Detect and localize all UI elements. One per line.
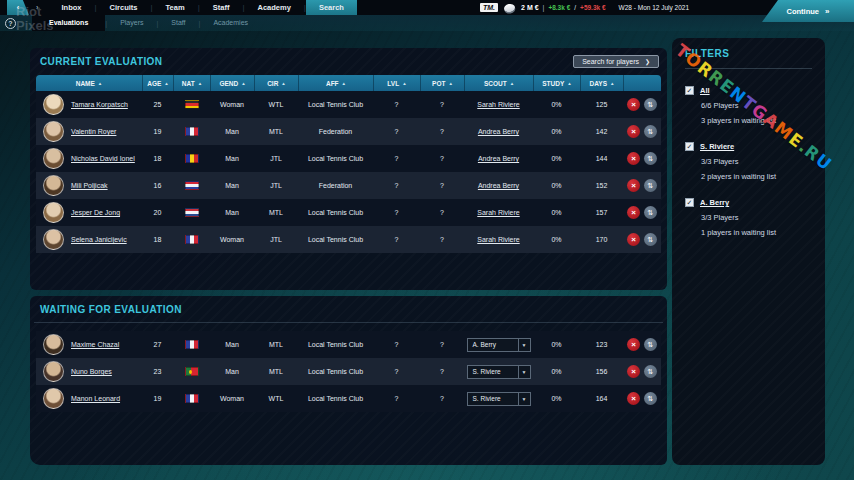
player-name-link[interactable]: Valentin Royer <box>71 128 116 135</box>
column-header-study[interactable]: STUDY▲ <box>533 75 580 91</box>
filter-checkbox-a-berry[interactable]: ✓ <box>685 198 694 207</box>
days-count: 164 <box>580 395 623 402</box>
reassign-scout-button[interactable]: ⇅ <box>644 179 657 192</box>
filter-checkbox-s-riviere[interactable]: ✓ <box>685 142 694 151</box>
column-header-name[interactable]: NAME▲ <box>36 75 142 91</box>
player-age: 25 <box>142 101 173 108</box>
player-name-link[interactable]: Nicholas David Ionel <box>71 155 135 162</box>
player-name-link[interactable]: Maxime Chazal <box>71 341 119 348</box>
column-header-pot[interactable]: POT▲ <box>420 75 464 91</box>
player-name-cell: Tamara Korpatsch <box>36 94 142 115</box>
reassign-scout-button[interactable]: ⇅ <box>644 152 657 165</box>
column-header-aff[interactable]: AFF▲ <box>298 75 373 91</box>
column-header-scout[interactable]: SCOUT▲ <box>464 75 533 91</box>
player-name-link[interactable]: Manon Leonard <box>71 395 120 402</box>
chevron-right-icon: ❯ <box>645 58 650 65</box>
column-header-lvl[interactable]: LVL▲ <box>373 75 420 91</box>
remove-player-button[interactable]: × <box>627 179 640 192</box>
reassign-scout-button[interactable]: ⇅ <box>644 233 657 246</box>
row-actions: × ⇅ <box>623 98 661 111</box>
player-name-link[interactable]: Mili Poljicak <box>71 182 108 189</box>
player-name-link[interactable]: Nuno Borges <box>71 368 112 375</box>
back-button[interactable]: ‹ <box>7 0 29 15</box>
scout-link[interactable]: Andrea Berry <box>478 128 519 135</box>
current-evaluation-title-row: CURRENT EVALUATION Search for players ❯ <box>30 48 667 73</box>
filter-label-all[interactable]: All <box>700 86 710 95</box>
filter-label-a-berry[interactable]: A. Berry <box>700 198 729 207</box>
nationality-flag <box>185 100 199 109</box>
sub-nav: ? Evaluations|Players|Staff|Academies <box>0 15 854 31</box>
top-nav-tab-staff[interactable]: Staff <box>200 0 243 15</box>
study-progress: 0% <box>533 368 580 375</box>
remove-player-button[interactable]: × <box>627 233 640 246</box>
help-icon[interactable]: ? <box>5 18 16 29</box>
remove-player-button[interactable]: × <box>627 152 640 165</box>
column-header-days[interactable]: DAYS▲ <box>580 75 623 91</box>
scout-link[interactable]: Andrea Berry <box>478 155 519 162</box>
balance-divider: | <box>543 4 545 11</box>
player-name-link[interactable]: Selena Janicijevic <box>71 236 127 243</box>
current-evaluation-rows: Tamara Korpatsch 25 Woman WTL Local Tenn… <box>36 91 661 253</box>
sort-arrow-icon: ▲ <box>610 81 614 86</box>
column-header-age[interactable]: AGE▲ <box>142 75 173 91</box>
column-header-nat[interactable]: NAT▲ <box>173 75 210 91</box>
study-progress: 0% <box>533 101 580 108</box>
player-name-link[interactable]: Tamara Korpatsch <box>71 101 128 108</box>
player-avatar <box>43 388 64 409</box>
filter-checkbox-all[interactable]: ✓ <box>685 86 694 95</box>
column-header-cir[interactable]: CIR▲ <box>254 75 298 91</box>
filter-detail-line: 2 players in waiting list <box>701 172 812 181</box>
search-for-players-button[interactable]: Search for players ❯ <box>573 55 659 68</box>
filter-groups: ✓All6/6 Players3 players in waiting list… <box>685 86 812 237</box>
scout-select[interactable]: S. Riviere▼ <box>467 392 531 406</box>
nationality-flag <box>185 235 199 244</box>
top-nav-tab-circuits[interactable]: Circuits <box>97 0 151 15</box>
days-count: 152 <box>580 182 623 189</box>
remove-player-button[interactable]: × <box>627 365 640 378</box>
sub-nav-tab-players[interactable]: Players <box>107 15 156 31</box>
reassign-scout-button[interactable]: ⇅ <box>644 392 657 405</box>
player-affiliation: Local Tennis Club <box>298 155 373 162</box>
remove-player-button[interactable]: × <box>627 206 640 219</box>
sub-nav-tab-academies[interactable]: Academies <box>200 15 261 31</box>
top-nav-tab-academy[interactable]: Academy <box>244 0 303 15</box>
filters-title: FILTERS <box>685 48 812 69</box>
row-actions: × ⇅ <box>623 179 661 192</box>
player-gender: Woman <box>210 101 254 108</box>
player-name-cell: Valentin Royer <box>36 121 142 142</box>
sub-nav-tab-evaluations[interactable]: Evaluations <box>32 15 105 31</box>
remove-player-button[interactable]: × <box>627 98 640 111</box>
scout-select[interactable]: A. Berry▼ <box>467 338 531 352</box>
column-label: DAYS <box>590 80 607 87</box>
study-progress: 0% <box>533 182 580 189</box>
player-scout-cell: S. Riviere▼ <box>464 365 533 379</box>
remove-player-button[interactable]: × <box>627 338 640 351</box>
top-nav-tab-inbox[interactable]: Inbox <box>49 0 95 15</box>
caret-down-icon: ▼ <box>518 366 530 378</box>
player-gender: Man <box>210 128 254 135</box>
scout-link[interactable]: Andrea Berry <box>478 182 519 189</box>
player-name-link[interactable]: Jesper De Jong <box>71 209 120 216</box>
column-header-gend[interactable]: GEND▲ <box>210 75 254 91</box>
reassign-scout-button[interactable]: ⇅ <box>644 206 657 219</box>
scout-link[interactable]: Sarah Riviere <box>477 209 519 216</box>
scout-link[interactable]: Sarah Riviere <box>477 101 519 108</box>
continue-button[interactable]: Continue » <box>762 0 854 22</box>
filter-label-s-riviere[interactable]: S. Riviere <box>700 142 734 151</box>
forward-button[interactable]: › <box>32 3 43 12</box>
reassign-scout-button[interactable]: ⇅ <box>644 98 657 111</box>
sub-nav-tab-staff[interactable]: Staff <box>158 15 198 31</box>
top-nav-tab-team[interactable]: Team <box>153 0 198 15</box>
player-affiliation: Local Tennis Club <box>298 101 373 108</box>
remove-player-button[interactable]: × <box>627 125 640 138</box>
remove-player-button[interactable]: × <box>627 392 640 405</box>
top-nav-tab-search[interactable]: Search <box>306 0 357 15</box>
reassign-scout-button[interactable]: ⇅ <box>644 365 657 378</box>
player-level: ? <box>373 395 420 402</box>
search-for-players-label: Search for players <box>582 58 639 65</box>
current-evaluation-panel: CURRENT EVALUATION Search for players ❯ … <box>30 48 667 290</box>
reassign-scout-button[interactable]: ⇅ <box>644 338 657 351</box>
scout-select[interactable]: S. Riviere▼ <box>467 365 531 379</box>
reassign-scout-button[interactable]: ⇅ <box>644 125 657 138</box>
scout-link[interactable]: Sarah Riviere <box>477 236 519 243</box>
